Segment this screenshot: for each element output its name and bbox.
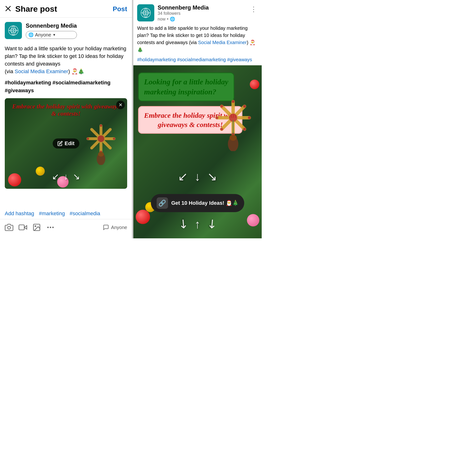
right-hashtags: #holidaymarketing #socialmediamarketing … xyxy=(133,56,262,65)
svg-point-20 xyxy=(48,227,49,228)
pencil-icon xyxy=(57,141,63,146)
svg-point-15 xyxy=(8,227,10,229)
author-row: Sonnenberg Media 🌐 Anyone ▼ xyxy=(0,18,132,41)
camera-button[interactable] xyxy=(5,223,13,232)
author-name: Sonnenberg Media xyxy=(26,22,77,29)
arrow-icon-2: ↓ xyxy=(64,172,68,182)
share-post-panel: Share post Post Sonnenberg Media 🌐 Anyon… xyxy=(0,0,133,238)
svg-point-21 xyxy=(50,227,51,228)
hashtag-marketing[interactable]: #marketing xyxy=(39,211,65,217)
gold-ornament-ball xyxy=(36,167,45,176)
right-followers: 34 followers xyxy=(158,11,246,16)
right-image-area: Looking for a little holidaymarketing in… xyxy=(133,65,262,238)
arrow-up-left: ↖ xyxy=(175,216,191,233)
arrow-up-right: ↗ xyxy=(204,216,220,233)
chevron-down-icon: ▼ xyxy=(53,33,56,37)
right-avatar xyxy=(137,4,154,21)
dot-separator: • xyxy=(167,17,168,22)
more-options-button[interactable] xyxy=(46,223,55,232)
hashtags-text: #holidaymarketing #socialmediamarketing#… xyxy=(5,79,127,94)
svg-point-14 xyxy=(98,152,104,157)
svg-marker-16 xyxy=(24,226,27,229)
svg-point-36 xyxy=(220,128,223,131)
globe-icon-right: 🌐 xyxy=(170,16,175,22)
right-author-name: Sonnenberg Media xyxy=(158,4,246,11)
arrow-down-left: ↙ xyxy=(178,170,188,184)
arrows-pointing-up: ↖ ↑ ↗ xyxy=(178,217,217,231)
svg-point-35 xyxy=(243,105,246,108)
video-button[interactable] xyxy=(19,223,27,232)
link-sticker[interactable]: 🔗 Get 10 Holiday Ideas! 🎅🎄 xyxy=(151,194,244,212)
post-text[interactable]: Want to add a little sparkle to your hol… xyxy=(5,45,127,75)
anyone-label: Anyone xyxy=(111,225,127,230)
more-options-right[interactable]: ⋮ xyxy=(249,4,258,14)
edit-overlay[interactable]: Edit xyxy=(53,138,79,148)
svg-point-32 xyxy=(215,116,218,119)
svg-point-9 xyxy=(100,124,102,127)
arrow-icon-1: ↙ xyxy=(52,172,59,182)
link-text: Social Media Examiner xyxy=(15,68,68,74)
image-button[interactable] xyxy=(32,223,41,232)
right-straw-ornament xyxy=(209,89,257,151)
arrow-up-center: ↑ xyxy=(195,217,200,231)
right-header: Sonnenberg Media 34 followers now • 🌐 ⋮ xyxy=(133,0,262,24)
arrows-down: ↙ ↓ ↘ xyxy=(52,172,80,182)
svg-rect-17 xyxy=(19,225,24,230)
svg-point-8 xyxy=(98,135,104,142)
page-title: Share post xyxy=(15,4,57,14)
svg-point-33 xyxy=(248,116,251,119)
post-time: now xyxy=(158,17,166,22)
visibility-selector[interactable]: Anyone xyxy=(103,224,127,230)
svg-point-34 xyxy=(220,105,223,108)
post-image: Embrace the holiday spirit with giveaway… xyxy=(5,98,127,189)
red-ornament-ball xyxy=(8,173,21,186)
left-header: Share post Post xyxy=(0,0,132,18)
arrow-icon-3: ↘ xyxy=(73,172,80,182)
edit-label: Edit xyxy=(64,140,75,146)
arrow-down-center: ↓ xyxy=(195,170,200,184)
image-overlay-text: Embrace the holiday spirit with giveaway… xyxy=(9,103,122,117)
red-ball-right xyxy=(136,210,150,224)
image-close-button[interactable]: ✕ xyxy=(116,101,125,109)
arrow-down-right: ↘ xyxy=(207,170,217,184)
globe-icon: 🌐 xyxy=(28,32,34,37)
pink-ball-right xyxy=(247,214,259,227)
author-info: Sonnenberg Media 🌐 Anyone ▼ xyxy=(26,22,77,39)
link-sticker-label: Get 10 Holiday Ideas! 🎅🎄 xyxy=(171,200,238,206)
hashtag-suggestions-row: Add hashtag #marketing #socialmedia xyxy=(0,208,132,219)
header-left: Share post xyxy=(5,4,57,14)
svg-point-19 xyxy=(35,226,36,227)
toolbar-icons xyxy=(5,223,55,232)
red-ball-right-top xyxy=(250,80,259,89)
arrows-pointing-down: ↙ ↓ ↘ xyxy=(178,170,217,184)
audience-selector[interactable]: 🌐 Anyone ▼ xyxy=(26,31,77,39)
audience-label: Anyone xyxy=(35,32,51,38)
right-christmas-background: Looking for a little holidaymarketing in… xyxy=(133,65,262,238)
post-body: Want to add a little sparkle to your hol… xyxy=(0,41,132,208)
link-icon: 🔗 xyxy=(156,197,168,209)
right-post-meta: now • 🌐 xyxy=(158,16,246,22)
close-button[interactable] xyxy=(5,5,11,13)
hashtag-socialmedia[interactable]: #socialmedia xyxy=(70,211,100,217)
right-author-info: Sonnenberg Media 34 followers now • 🌐 xyxy=(158,4,246,22)
post-preview-panel: Sonnenberg Media 34 followers now • 🌐 ⋮ … xyxy=(133,0,262,238)
comment-icon xyxy=(103,224,109,230)
svg-point-11 xyxy=(87,138,89,140)
avatar xyxy=(5,22,22,39)
svg-point-39 xyxy=(230,135,237,141)
right-link-text: Social Media Examiner xyxy=(198,40,247,45)
svg-point-37 xyxy=(243,128,246,131)
svg-point-12 xyxy=(113,138,115,140)
add-hashtag-button[interactable]: Add hashtag xyxy=(5,211,34,217)
straw-ornament xyxy=(82,117,120,165)
svg-point-22 xyxy=(52,227,54,228)
post-button[interactable]: Post xyxy=(113,5,127,13)
svg-point-30 xyxy=(232,100,235,103)
image-container: Embrace the holiday spirit with giveaway… xyxy=(5,98,127,189)
right-post-text: Want to add a little sparkle to your hol… xyxy=(133,24,262,56)
bottom-toolbar: Anyone xyxy=(0,219,132,234)
